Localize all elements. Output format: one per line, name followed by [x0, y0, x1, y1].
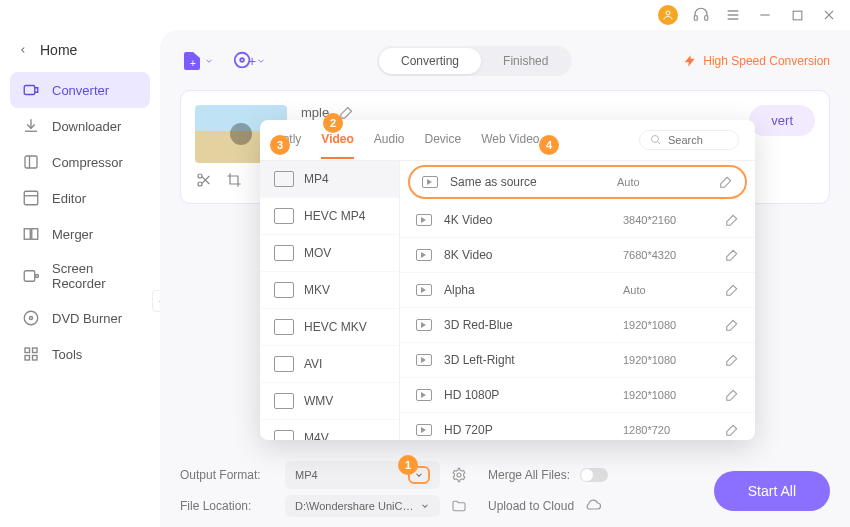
headset-icon[interactable]	[692, 6, 710, 24]
settings-gear-icon[interactable]	[450, 466, 468, 484]
preset-edit-icon[interactable]	[725, 318, 739, 332]
cloud-icon[interactable]	[584, 497, 602, 515]
preset-video-icon	[416, 319, 432, 331]
menu-icon[interactable]	[724, 6, 742, 24]
high-speed-label: High Speed Conversion	[703, 54, 830, 68]
step-badge-4: 4	[539, 135, 559, 155]
open-folder-icon[interactable]	[450, 497, 468, 515]
preset-edit-icon[interactable]	[725, 353, 739, 367]
output-format-value: MP4	[295, 469, 318, 481]
sidebar-item-label: Merger	[52, 227, 93, 242]
preset-item[interactable]: 8K Video7680*4320	[400, 238, 755, 273]
format-item[interactable]: AVI	[260, 346, 399, 383]
svg-rect-7	[793, 11, 802, 20]
tab-converting[interactable]: Converting	[379, 48, 481, 74]
sidebar-item-converter[interactable]: Converter	[10, 72, 150, 108]
maximize-icon[interactable]	[788, 6, 806, 24]
format-file-icon	[274, 245, 294, 261]
format-label: M4V	[304, 431, 329, 440]
record-icon	[22, 267, 40, 285]
preset-name: Alpha	[444, 283, 611, 297]
avatar-icon[interactable]	[658, 5, 678, 25]
svg-point-18	[36, 275, 39, 278]
merge-toggle[interactable]	[580, 468, 608, 482]
svg-point-27	[240, 58, 244, 62]
format-item[interactable]: HEVC MP4	[260, 198, 399, 235]
sidebar-item-label: Editor	[52, 191, 86, 206]
tab-audio[interactable]: Audio	[374, 132, 405, 148]
format-item[interactable]: MOV	[260, 235, 399, 272]
format-item[interactable]: M4V	[260, 420, 399, 440]
preset-edit-icon[interactable]	[725, 283, 739, 297]
sidebar-item-dvd-burner[interactable]: DVD Burner	[10, 300, 150, 336]
preset-item[interactable]: 4K Video3840*2160	[400, 203, 755, 238]
format-file-icon	[274, 430, 294, 440]
preset-edit-icon[interactable]	[725, 423, 739, 437]
sidebar-item-label: Downloader	[52, 119, 121, 134]
svg-rect-22	[33, 348, 38, 353]
format-label: WMV	[304, 394, 333, 408]
minimize-icon[interactable]	[756, 6, 774, 24]
high-speed-conversion-button[interactable]: High Speed Conversion	[683, 54, 830, 68]
preset-item[interactable]: HD 1080P1920*1080	[400, 378, 755, 413]
format-item[interactable]: MKV	[260, 272, 399, 309]
sidebar-item-label: Screen Recorder	[52, 261, 138, 291]
preset-edit-icon[interactable]	[725, 213, 739, 227]
svg-rect-21	[25, 348, 30, 353]
format-item[interactable]: WMV	[260, 383, 399, 420]
preset-edit-icon[interactable]	[725, 388, 739, 402]
trim-icon[interactable]	[195, 171, 213, 189]
svg-rect-24	[33, 356, 38, 361]
sidebar-item-tools[interactable]: Tools	[10, 336, 150, 372]
add-file-button[interactable]: +	[180, 49, 214, 73]
sidebar-item-compressor[interactable]: Compressor	[10, 144, 150, 180]
format-item[interactable]: HEVC MKV	[260, 309, 399, 346]
format-file-icon	[274, 282, 294, 298]
format-item[interactable]: MP4	[260, 161, 399, 198]
add-dvd-button[interactable]: +	[232, 50, 266, 72]
format-file-icon	[274, 319, 294, 335]
format-search[interactable]	[639, 130, 739, 150]
preset-video-icon	[416, 214, 432, 226]
preset-resolution: 1920*1080	[623, 319, 713, 331]
preset-name: 8K Video	[444, 248, 611, 262]
preset-item[interactable]: 3D Left-Right1920*1080	[400, 343, 755, 378]
compress-icon	[22, 153, 40, 171]
tab-finished[interactable]: Finished	[481, 48, 570, 74]
tab-web-video[interactable]: Web Video	[481, 132, 539, 148]
file-location-dropdown[interactable]: D:\Wondershare UniConverter 1	[285, 495, 440, 517]
svg-point-20	[30, 317, 33, 320]
preset-item[interactable]: HD 720P1280*720	[400, 413, 755, 440]
search-input[interactable]	[668, 134, 728, 146]
output-format-label: Output Format:	[180, 468, 275, 482]
format-file-icon	[274, 208, 294, 224]
preset-edit-icon[interactable]	[719, 175, 733, 189]
svg-point-19	[24, 311, 38, 325]
search-icon	[650, 134, 662, 146]
sidebar-item-screen-recorder[interactable]: Screen Recorder	[10, 252, 150, 300]
sidebar-item-downloader[interactable]: Downloader	[10, 108, 150, 144]
format-label: MOV	[304, 246, 331, 260]
preset-video-icon	[416, 284, 432, 296]
preset-item[interactable]: 3D Red-Blue1920*1080	[400, 308, 755, 343]
close-icon[interactable]	[820, 6, 838, 24]
preset-video-icon	[416, 354, 432, 366]
topbar: + + Converting Finished High Speed Conve…	[180, 46, 830, 76]
sidebar: Home Converter Downloader Compressor Edi…	[0, 30, 160, 527]
sidebar-item-merger[interactable]: Merger	[10, 216, 150, 252]
format-file-icon	[274, 356, 294, 372]
svg-rect-23	[25, 356, 30, 361]
format-label: HEVC MP4	[304, 209, 365, 223]
sidebar-item-editor[interactable]: Editor	[10, 180, 150, 216]
home-back[interactable]: Home	[10, 38, 150, 72]
start-all-button[interactable]: Start All	[714, 471, 830, 511]
tab-device[interactable]: Device	[425, 132, 462, 148]
svg-point-29	[198, 182, 202, 186]
preset-edit-icon[interactable]	[725, 248, 739, 262]
preset-item[interactable]: Same as sourceAuto	[408, 165, 747, 199]
tab-video[interactable]: Video	[321, 132, 353, 148]
crop-icon[interactable]	[225, 171, 243, 189]
upload-cloud-label: Upload to Cloud	[488, 499, 574, 513]
preset-item[interactable]: AlphaAuto	[400, 273, 755, 308]
convert-button[interactable]: vert	[749, 105, 815, 136]
